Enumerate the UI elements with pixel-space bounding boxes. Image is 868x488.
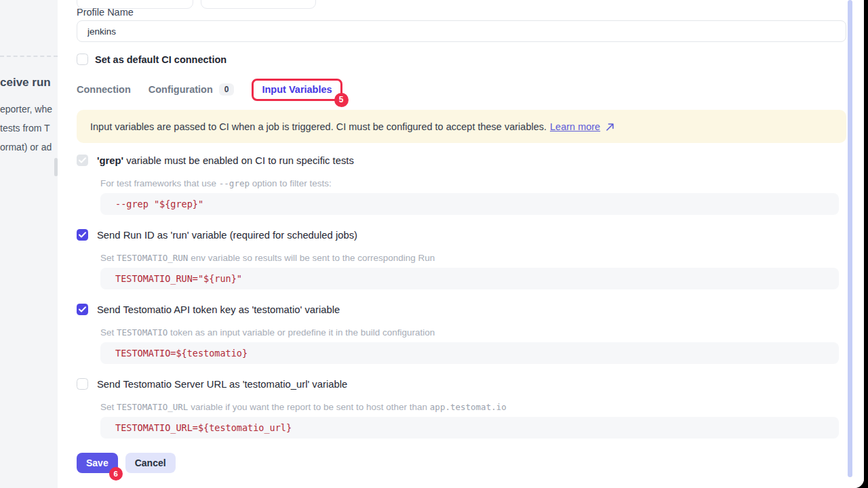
learn-more-link[interactable]: Learn more xyxy=(550,121,600,132)
token-code-block: TESTOMATIO=${testomatio} xyxy=(100,342,839,364)
server-url-label: Send Testomatio Server URL as 'testomati… xyxy=(97,379,347,390)
variable-section-token: Send Testomatio API token key as 'testom… xyxy=(77,304,846,368)
dashed-divider xyxy=(0,56,58,57)
variable-section-grep: 'grep' variable must be enabled on CI to… xyxy=(77,155,846,219)
background-page-strip: ceive run eporter, whe tests from T orma… xyxy=(0,0,58,488)
background-text-fragment: tests from T xyxy=(0,123,50,134)
run-description: Set TESTOMATIO_RUN env variable so resul… xyxy=(100,253,435,263)
configuration-count-badge: 0 xyxy=(219,83,235,96)
cancel-button[interactable]: Cancel xyxy=(125,453,176,473)
info-banner: Input variables are passed to CI when a … xyxy=(77,110,846,143)
server-url-code: TESTOMATIO_URL=${testomatio_url} xyxy=(115,422,292,433)
server-url-code-block: TESTOMATIO_URL=${testomatio_url} xyxy=(100,417,839,439)
default-connection-label: Set as default CI connection xyxy=(95,54,226,65)
run-label: Send Run ID as 'run' variable (required … xyxy=(97,230,357,241)
run-code: TESTOMATIO_RUN="${run}" xyxy=(115,273,242,284)
save-button[interactable]: Save 6 xyxy=(77,453,118,473)
settings-tabs: Connection Configuration 0 Input Variabl… xyxy=(77,77,342,102)
token-checkbox[interactable] xyxy=(77,304,88,315)
background-heading-fragment: ceive run xyxy=(0,76,51,89)
grep-checkbox xyxy=(77,155,88,166)
grep-code-block: --grep "${grep}" xyxy=(100,193,839,215)
modal-scrollbar[interactable] xyxy=(848,0,852,477)
annotation-step-badge: 6 xyxy=(109,467,123,481)
tab-configuration[interactable]: Configuration 0 xyxy=(149,83,235,96)
token-label: Send Testomatio API token key as 'testom… xyxy=(97,304,340,315)
tab-connection[interactable]: Connection xyxy=(77,84,131,95)
checkmark-icon xyxy=(79,232,86,238)
grep-code: --grep "${grep}" xyxy=(115,199,203,209)
variable-section-run: Send Run ID as 'run' variable (required … xyxy=(77,229,846,293)
browser-window: ceive run eporter, whe tests from T orma… xyxy=(0,0,864,488)
cutoff-field[interactable] xyxy=(201,0,316,9)
background-text-fragment: ormat) or ad xyxy=(0,142,52,152)
token-code: TESTOMATIO=${testomatio} xyxy=(115,348,248,359)
grep-description: For test frameworks that use --grep opti… xyxy=(100,178,332,188)
grep-label: 'grep' variable must be enabled on CI to… xyxy=(97,155,354,166)
profile-name-label: Profile Name xyxy=(77,7,134,18)
modal-actions: Save 6 Cancel xyxy=(77,453,176,473)
token-description: Set TESTOMATIO token as an input variabl… xyxy=(100,327,435,338)
checkmark-icon xyxy=(79,306,86,312)
external-link-icon xyxy=(606,123,614,131)
annotation-step-badge: 5 xyxy=(334,93,349,107)
ci-settings-modal: Profile Name Set as default CI connectio… xyxy=(58,0,864,488)
checkmark-icon xyxy=(79,157,86,163)
tab-input-variables[interactable]: Input Variables xyxy=(262,84,332,95)
default-connection-checkbox[interactable] xyxy=(77,54,88,65)
profile-name-input[interactable] xyxy=(77,20,846,42)
run-checkbox[interactable] xyxy=(77,229,88,241)
info-banner-text: Input variables are passed to CI when a … xyxy=(90,121,547,132)
annotation-highlight-box: Input Variables 5 xyxy=(252,79,342,101)
variable-section-server-url: Send Testomatio Server URL as 'testomati… xyxy=(77,378,846,443)
background-text-fragment: eporter, whe xyxy=(0,104,52,115)
server-url-checkbox[interactable] xyxy=(77,378,88,390)
server-url-description: Set TESTOMATIO_URL variable if you want … xyxy=(100,402,507,412)
run-code-block: TESTOMATIO_RUN="${run}" xyxy=(100,268,839,289)
default-connection-row[interactable]: Set as default CI connection xyxy=(77,54,226,65)
